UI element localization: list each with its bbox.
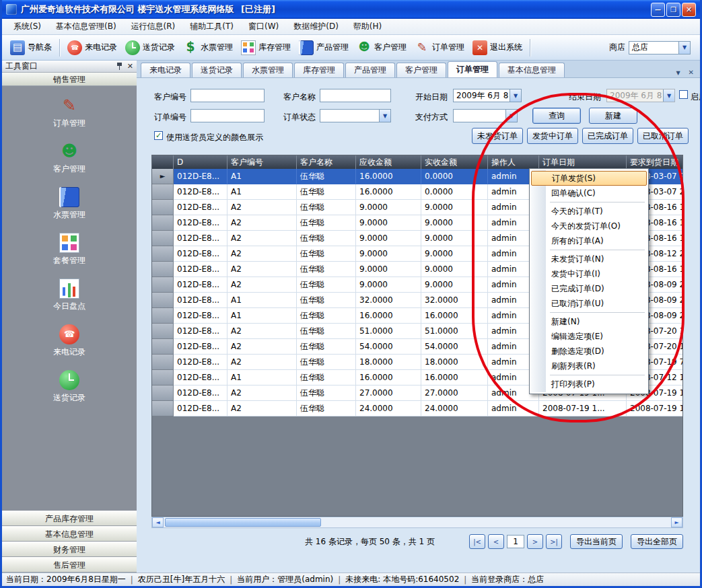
menu-item[interactable]: 窗口(W) <box>241 19 286 34</box>
grid-horizontal-scrollbar[interactable] <box>151 517 683 528</box>
context-menu-item[interactable]: 打印列表(P) <box>531 377 647 392</box>
delivery-color-checkbox[interactable] <box>154 131 163 140</box>
end-date-dropdown-icon[interactable] <box>663 89 674 102</box>
grid-header-cell[interactable]: 应收金额 <box>356 155 421 169</box>
page-number-input[interactable] <box>507 535 524 548</box>
sidebar-item[interactable]: 今日盘点 <box>53 279 85 312</box>
export-all-pages-button[interactable]: 导出全部页 <box>631 534 683 549</box>
row-selector[interactable] <box>152 370 174 385</box>
toolbar-button[interactable]: 水票管理 <box>179 38 237 57</box>
row-selector[interactable] <box>152 324 174 339</box>
sidebar-item[interactable]: 送货记录 <box>53 370 85 404</box>
sidebar-item[interactable]: 来电记录 <box>53 324 85 358</box>
order-no-input[interactable] <box>190 109 265 122</box>
context-menu-item[interactable]: 编辑选定项(E) <box>531 329 647 344</box>
tab[interactable]: 库存管理 <box>294 63 344 77</box>
pin-icon[interactable] <box>116 62 123 71</box>
start-date-dropdown-icon[interactable] <box>510 89 521 102</box>
context-menu-item[interactable]: 删除选定项(D) <box>531 344 647 359</box>
toolbar-button[interactable]: 导航条 <box>6 38 56 57</box>
start-date-picker[interactable]: 2009年 6月 8日 <box>453 89 522 102</box>
menu-item[interactable]: 帮助(H) <box>346 19 389 34</box>
store-dropdown-icon[interactable] <box>678 42 690 54</box>
sidebar-group-header[interactable]: 销售管理 <box>2 73 137 86</box>
toolbar-button[interactable]: 来电记录 <box>63 38 121 57</box>
tab[interactable]: 产品管理 <box>345 63 395 77</box>
context-menu-item[interactable]: 未发货订单(N) <box>531 252 647 266</box>
row-selector[interactable] <box>152 308 174 324</box>
row-selector[interactable] <box>152 339 174 355</box>
row-selector[interactable] <box>152 355 174 370</box>
context-menu-item[interactable]: 刷新列表(R) <box>531 359 647 373</box>
tab[interactable]: 来电记录 <box>141 63 190 77</box>
grid-header-cell[interactable]: 实收金额 <box>421 155 488 169</box>
grid-header-cell[interactable]: 要求到货日期 <box>627 155 683 169</box>
last-page-button[interactable] <box>546 534 562 549</box>
customer-no-input[interactable] <box>190 89 265 102</box>
context-menu-item[interactable]: 所有的订单(A) <box>531 233 647 248</box>
sidebar-item[interactable]: 水票管理 <box>53 187 85 221</box>
context-menu-item[interactable]: 今天的订单(T) <box>531 204 647 219</box>
sidebar-group-bar[interactable]: 产品库存管理 <box>2 511 137 526</box>
tab-list-dropdown-icon[interactable] <box>674 67 682 77</box>
minimize-button[interactable] <box>651 3 665 17</box>
export-current-page-button[interactable]: 导出当前页 <box>570 534 623 549</box>
end-date-picker[interactable]: 2009年 6月 8日 <box>606 89 675 102</box>
context-menu-item[interactable]: 新建(N) <box>531 314 647 329</box>
enable-end-date-checkbox[interactable] <box>679 90 688 99</box>
row-selector[interactable] <box>152 184 174 200</box>
close-button[interactable] <box>682 3 696 17</box>
pay-method-dropdown-icon[interactable] <box>505 110 517 122</box>
order-status-dropdown-icon[interactable] <box>379 110 390 122</box>
pay-method-select[interactable] <box>453 109 518 122</box>
row-selector[interactable] <box>152 262 174 277</box>
context-menu-item[interactable]: 回单确认(C) <box>531 186 647 200</box>
query-button[interactable]: 查询 <box>532 108 581 124</box>
context-menu-item[interactable]: 已取消订单(U) <box>531 296 647 311</box>
toolbar-button[interactable]: 订单管理 <box>411 38 468 57</box>
prev-page-button[interactable] <box>488 534 504 549</box>
toolbar-button[interactable]: 客户管理 <box>353 38 411 57</box>
tab[interactable]: 客户管理 <box>396 63 446 77</box>
row-selector[interactable] <box>152 293 174 308</box>
toolbar-button[interactable]: 产品管理 <box>295 38 353 57</box>
row-selector[interactable] <box>152 401 174 416</box>
order-status-select[interactable] <box>320 109 391 122</box>
tab[interactable]: 订单管理 <box>448 61 497 77</box>
tab-close-icon[interactable] <box>687 67 696 77</box>
table-row[interactable]: 012D-E8...A2伍华聪24.000024.0000admin2008-0… <box>152 401 682 416</box>
toolbar-button[interactable]: 退出系统 <box>468 38 526 57</box>
sidebar-close-icon[interactable] <box>127 62 133 71</box>
menu-item[interactable]: 系统(S) <box>6 19 48 34</box>
context-menu-item[interactable]: 发货中订单(I) <box>531 266 647 281</box>
tab[interactable]: 送货记录 <box>192 63 242 77</box>
row-selector[interactable] <box>152 277 174 293</box>
customer-name-input[interactable] <box>320 89 391 102</box>
context-menu-item[interactable]: 订单发货(S) <box>531 171 647 186</box>
sidebar-item[interactable]: 客户管理 <box>53 141 85 175</box>
row-selector[interactable] <box>152 169 174 184</box>
menu-item[interactable]: 基本信息管理(B) <box>48 19 124 34</box>
toolbar-button[interactable]: 送货记录 <box>121 38 179 57</box>
grid-header-cell[interactable]: 客户名称 <box>297 155 356 169</box>
status-filter-button[interactable]: 已完成订单 <box>582 128 633 144</box>
row-selector[interactable] <box>152 200 174 215</box>
status-filter-button[interactable]: 已取消订单 <box>637 128 689 144</box>
context-menu-item[interactable]: 今天的发货订单(O) <box>531 219 647 233</box>
sidebar-group-bar[interactable]: 售后管理 <box>2 557 137 573</box>
grid-header-cell[interactable]: D <box>174 155 227 169</box>
next-page-button[interactable] <box>527 534 543 549</box>
scroll-right-icon[interactable] <box>671 517 682 527</box>
menu-item[interactable]: 数据维护(D) <box>286 19 346 34</box>
tab[interactable]: 基本信息管理 <box>499 63 565 77</box>
status-filter-button[interactable]: 未发货订单 <box>472 128 523 144</box>
tab[interactable]: 水票管理 <box>243 63 293 77</box>
menu-item[interactable]: 运行信息(R) <box>124 19 183 34</box>
status-filter-button[interactable]: 发货中订单 <box>527 128 578 144</box>
sidebar-item[interactable]: 套餐管理 <box>53 233 85 266</box>
maximize-button[interactable] <box>666 3 680 17</box>
menu-item[interactable]: 辅助工具(T) <box>182 19 241 34</box>
row-selector[interactable] <box>152 385 174 401</box>
sidebar-item[interactable]: 订单管理 <box>53 96 85 129</box>
grid-header-cell[interactable]: 客户编号 <box>227 155 297 169</box>
